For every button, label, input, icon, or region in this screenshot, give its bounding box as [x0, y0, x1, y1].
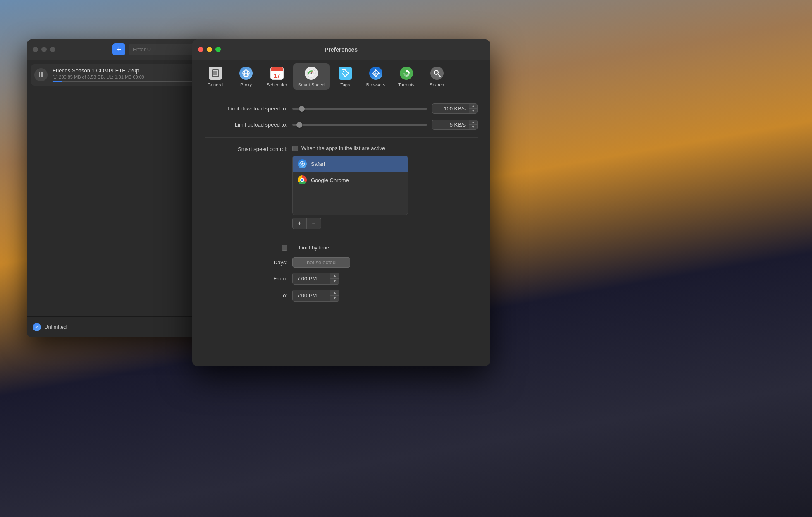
svg-rect-3	[213, 71, 217, 75]
from-time-box: 7:00 PM ▲ ▼	[292, 273, 339, 285]
svg-rect-0	[39, 72, 40, 77]
browsers-label: Browsers	[366, 82, 385, 87]
smart-speed-control-label: Smart speed control:	[205, 145, 287, 152]
upload-speed-slider[interactable]	[292, 124, 427, 126]
scheduler-label: Scheduler	[267, 82, 287, 87]
dm-add-button[interactable]: +	[112, 43, 125, 55]
torrents-icon	[399, 66, 414, 81]
upload-speed-up-button[interactable]: ▲	[469, 120, 477, 125]
toolbar-item-scheduler[interactable]: ▪ ▪ 17 Scheduler	[262, 63, 292, 90]
search-label: Search	[430, 82, 444, 87]
download-speed-up-button[interactable]: ▲	[469, 104, 477, 109]
to-time-value: 7:00 PM	[293, 291, 330, 300]
minimize-button[interactable]	[207, 47, 212, 52]
svg-point-8	[310, 73, 312, 74]
to-time-down-button[interactable]: ▼	[330, 296, 339, 301]
to-time-stepper: ▲ ▼	[330, 290, 339, 301]
toolbar-item-tags[interactable]: Tags	[330, 63, 360, 90]
pref-titlebar: Preferences	[192, 39, 490, 60]
smart-speed-checkbox[interactable]	[292, 146, 298, 151]
download-speed-row: Limit download speed to: 100 KB/s ▲ ▼	[205, 103, 478, 114]
upload-speed-value: 5 KB/s	[432, 120, 469, 129]
upload-speed-label: Limit upload speed to:	[205, 122, 287, 128]
limit-time-spacer	[205, 245, 287, 251]
smart-speed-icon	[304, 66, 319, 81]
toolbar-item-torrents[interactable]: Torrents	[392, 63, 421, 90]
download-speed-thumb	[299, 106, 305, 112]
app-item-safari[interactable]: Safari	[293, 156, 408, 172]
toolbar-item-browsers[interactable]: Browsers	[361, 63, 391, 90]
apps-list-empty-row-1	[293, 188, 408, 201]
separator-2	[205, 237, 478, 237]
svg-line-13	[438, 74, 440, 77]
pref-content: Limit download speed to: 100 KB/s ▲ ▼ Li…	[192, 93, 490, 316]
proxy-icon	[239, 66, 253, 81]
pause-icon	[38, 72, 43, 78]
days-label: Days:	[205, 259, 287, 266]
remove-app-button[interactable]: −	[306, 218, 321, 229]
smart-speed-checkbox-label: When the apps in the list are active	[301, 145, 385, 151]
tags-icon	[338, 66, 353, 81]
dm-progress-fill	[53, 81, 62, 82]
from-time-up-button[interactable]: ▲	[330, 273, 339, 279]
smart-speed-right: When the apps in the list are active Saf…	[292, 145, 478, 229]
close-button[interactable]	[198, 47, 203, 52]
preferences-window: Preferences General	[192, 39, 490, 366]
dm-dot-2	[41, 47, 47, 52]
dm-titlebar: +	[27, 39, 217, 60]
to-time-box: 7:00 PM ▲ ▼	[292, 290, 339, 302]
dm-footer-icon: ∞	[33, 323, 41, 331]
from-label: From:	[205, 275, 287, 282]
apps-list: Safari Google Chrome	[292, 156, 408, 215]
safari-app-name: Safari	[311, 161, 325, 167]
tags-label: Tags	[340, 82, 350, 87]
toolbar-item-search[interactable]: Search	[422, 63, 452, 90]
torrents-label: Torrents	[398, 82, 415, 87]
dm-content: Friends Season 1 COMPLETE 720p. [1] 200.…	[27, 60, 217, 90]
toolbar-item-smart-speed[interactable]: Smart Speed	[293, 63, 330, 90]
dm-dot-3	[50, 47, 55, 52]
chrome-app-name: Google Chrome	[311, 177, 349, 183]
toolbar-item-general[interactable]: General	[201, 63, 230, 90]
dm-item: Friends Season 1 COMPLETE 720p. [1] 200.…	[31, 64, 213, 86]
app-item-chrome[interactable]: Google Chrome	[293, 172, 408, 188]
limit-time-label: Limit by time	[299, 244, 329, 251]
smart-speed-control-row: Smart speed control: When the apps in th…	[205, 145, 478, 229]
dm-pause-button[interactable]	[34, 68, 48, 81]
download-speed-down-button[interactable]: ▼	[469, 109, 477, 113]
search-icon	[430, 66, 444, 81]
download-speed-stepper: ▲ ▼	[469, 104, 477, 113]
download-speed-slider[interactable]	[292, 108, 427, 110]
svg-point-9	[343, 71, 344, 72]
pref-toolbar: General Proxy ▪ ▪	[192, 60, 490, 93]
scheduler-icon: ▪ ▪ 17	[270, 66, 284, 81]
dm-item-detail: [1] 200.85 MB of 3.53 GB, UL: 1.81 MB 00…	[53, 74, 210, 79]
upload-speed-stepper: ▲ ▼	[469, 120, 477, 129]
limit-time-checkbox[interactable]	[282, 245, 287, 251]
upload-speed-value-box: 5 KB/s ▲ ▼	[432, 120, 478, 130]
preferences-title: Preferences	[325, 46, 358, 53]
toolbar-item-proxy[interactable]: Proxy	[231, 63, 261, 90]
dm-progress-bar	[53, 81, 210, 82]
from-row: From: 7:00 PM ▲ ▼	[205, 273, 478, 285]
upload-speed-thumb	[296, 122, 302, 128]
upload-speed-row: Limit upload speed to: 5 KB/s ▲ ▼	[205, 120, 478, 130]
dm-item-info: Friends Season 1 COMPLETE 720p. [1] 200.…	[53, 67, 210, 82]
maximize-button[interactable]	[215, 47, 221, 52]
add-app-button[interactable]: +	[292, 218, 306, 229]
to-time-up-button[interactable]: ▲	[330, 290, 339, 296]
days-row: Days: not selected	[205, 257, 478, 268]
safari-app-icon	[298, 159, 307, 168]
dm-item-name: Friends Season 1 COMPLETE 720p.	[53, 67, 210, 74]
days-value: not selected	[307, 259, 336, 266]
upload-speed-down-button[interactable]: ▼	[469, 125, 477, 129]
dm-dot-1	[33, 47, 38, 52]
dm-footer: ∞ Unlimited	[27, 316, 217, 337]
download-manager-window: + Friends Season 1 COMPLETE 720p. [1] 20…	[27, 39, 217, 337]
limit-time-row: Limit by time	[205, 244, 478, 251]
days-select[interactable]: not selected	[292, 257, 350, 268]
from-time-down-button[interactable]: ▼	[330, 279, 339, 284]
pref-window-controls	[198, 47, 221, 52]
smart-speed-label: Smart Speed	[298, 82, 325, 87]
general-label: General	[207, 82, 223, 87]
